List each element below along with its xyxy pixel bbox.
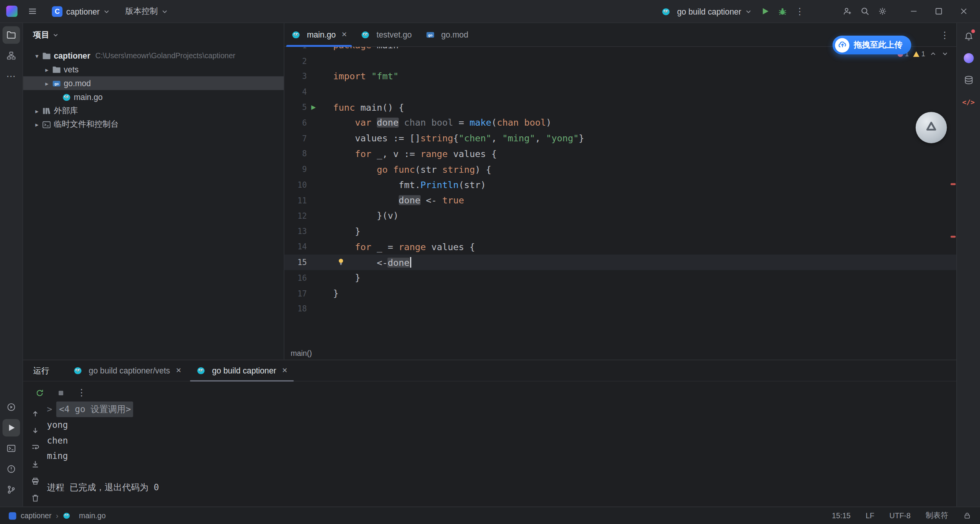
window-minimize-button[interactable] bbox=[901, 0, 926, 23]
code-line-3[interactable]: 3import "fmt" bbox=[284, 69, 956, 84]
gutter-slot[interactable]: ▶ bbox=[307, 100, 333, 115]
error-stripe-mark[interactable] bbox=[951, 183, 956, 185]
gutter-slot[interactable] bbox=[307, 177, 333, 192]
code-line-18[interactable]: 18 bbox=[284, 301, 956, 316]
code-token[interactable]: _, v := bbox=[371, 149, 420, 159]
editor-tab-1[interactable]: testvet.go bbox=[354, 23, 419, 46]
error-stripe-mark[interactable] bbox=[951, 236, 956, 238]
line-number[interactable]: 13 bbox=[284, 227, 307, 236]
gutter-slot[interactable] bbox=[307, 53, 333, 68]
code-text[interactable]: } bbox=[333, 226, 360, 236]
gutter-slot[interactable] bbox=[307, 255, 333, 270]
next-problem-button[interactable] bbox=[941, 50, 949, 58]
project-tree-row-5[interactable]: ▸临时文件和控制台 bbox=[23, 118, 284, 131]
code-token[interactable]: Println bbox=[420, 180, 459, 190]
code-token[interactable]: bool bbox=[524, 118, 546, 128]
code-token[interactable]: } bbox=[333, 226, 360, 236]
code-token[interactable] bbox=[333, 164, 377, 174]
code-line-8[interactable]: 8 for _, v := range values { bbox=[284, 146, 956, 161]
code-token[interactable]: make bbox=[470, 118, 492, 128]
code-text[interactable]: for _ = range values { bbox=[333, 242, 475, 252]
code-token[interactable] bbox=[399, 118, 404, 128]
code-token[interactable]: _ = bbox=[371, 242, 399, 252]
ai-assistant-button[interactable] bbox=[960, 49, 977, 67]
gutter-slot[interactable] bbox=[307, 84, 333, 99]
code-token[interactable] bbox=[333, 242, 355, 252]
code-token[interactable]: "yong" bbox=[546, 133, 579, 143]
project-tree-row-2[interactable]: ▸gogo.mod bbox=[23, 76, 284, 90]
line-number[interactable]: 15 bbox=[284, 258, 307, 267]
gutter-slot[interactable] bbox=[307, 146, 333, 161]
code-token[interactable] bbox=[366, 71, 371, 81]
version-control-tool-button[interactable] bbox=[3, 481, 20, 499]
caret-position[interactable]: 15:15 bbox=[832, 511, 851, 520]
line-number[interactable]: 8 bbox=[284, 149, 307, 158]
line-number[interactable]: 2 bbox=[284, 56, 307, 65]
code-line-10[interactable]: 10 fmt.Println(str) bbox=[284, 177, 956, 192]
code-token[interactable]: chan bbox=[497, 118, 519, 128]
window-maximize-button[interactable] bbox=[926, 0, 951, 23]
code-token[interactable] bbox=[388, 164, 393, 174]
code-token[interactable] bbox=[519, 118, 524, 128]
gutter-slot[interactable] bbox=[307, 193, 333, 208]
line-number[interactable]: 18 bbox=[284, 304, 307, 313]
debug-button[interactable] bbox=[774, 3, 791, 20]
code-token[interactable]: for bbox=[355, 242, 371, 252]
line-number[interactable]: 6 bbox=[284, 118, 307, 127]
lock-icon[interactable] bbox=[963, 512, 971, 520]
services-tool-button[interactable] bbox=[3, 398, 20, 416]
code-text[interactable]: }(v) bbox=[333, 211, 399, 221]
code-text[interactable]: for _, v := range values { bbox=[333, 149, 497, 159]
structure-tool-button[interactable] bbox=[3, 47, 20, 64]
warning-count[interactable]: 1 bbox=[913, 50, 925, 58]
project-widget[interactable]: C captioner bbox=[47, 3, 114, 19]
up-stacktrace-button[interactable] bbox=[28, 406, 42, 420]
tree-chevron-icon[interactable]: ▸ bbox=[42, 66, 52, 73]
project-tree-row-1[interactable]: ▸vets bbox=[23, 62, 284, 76]
code-token[interactable]: <- bbox=[420, 195, 442, 205]
code-token[interactable]: values { bbox=[426, 242, 475, 252]
stop-button[interactable] bbox=[54, 386, 67, 400]
tree-chevron-icon[interactable]: ▸ bbox=[32, 107, 42, 114]
gutter-slot[interactable] bbox=[307, 115, 333, 130]
gutter-slot[interactable] bbox=[307, 208, 333, 223]
code-token[interactable]: (str bbox=[415, 164, 442, 174]
code-text[interactable]: done <- true bbox=[333, 195, 464, 205]
project-tree-row-4[interactable]: ▸外部库 bbox=[23, 104, 284, 118]
code-token[interactable]: "chen" bbox=[459, 133, 492, 143]
tab-close-icon[interactable]: ✕ bbox=[341, 31, 347, 39]
code-editor[interactable]: 1package main23import "fmt"45▶func main(… bbox=[284, 47, 956, 347]
console-line-3[interactable] bbox=[47, 464, 950, 480]
code-token[interactable] bbox=[333, 149, 355, 159]
code-token[interactable]: values { bbox=[448, 149, 497, 159]
console-line-1[interactable]: chen bbox=[47, 433, 950, 449]
code-line-13[interactable]: 13 } bbox=[284, 224, 956, 239]
code-token[interactable] bbox=[333, 118, 355, 128]
code-token[interactable]: ) { bbox=[475, 164, 492, 174]
code-token[interactable]: }(v) bbox=[333, 211, 399, 221]
code-token[interactable]: done bbox=[377, 118, 399, 128]
run-tab-0[interactable]: go build captioner/vets✕ bbox=[65, 360, 189, 381]
vcs-widget[interactable]: 版本控制 bbox=[121, 3, 173, 19]
endpoints-tool-button[interactable]: </> bbox=[960, 93, 977, 111]
project-tree-row-3[interactable]: main.go bbox=[23, 90, 284, 104]
code-line-17[interactable]: 17} bbox=[284, 286, 956, 301]
line-number[interactable]: 10 bbox=[284, 180, 307, 189]
folded-command-text[interactable]: <4 go 设置调用> bbox=[57, 401, 134, 417]
editor-tab-0[interactable]: main.go✕ bbox=[284, 23, 354, 46]
code-token[interactable]: range bbox=[420, 149, 448, 159]
code-token[interactable]: import bbox=[333, 71, 366, 81]
run-panel-title[interactable]: 运行 bbox=[33, 360, 49, 381]
project-tool-button[interactable] bbox=[3, 26, 20, 44]
line-separator[interactable]: LF bbox=[866, 511, 874, 520]
code-token[interactable]: done bbox=[388, 258, 410, 268]
console-more-button[interactable]: ⋮ bbox=[75, 386, 89, 400]
code-token[interactable]: values := [] bbox=[333, 133, 420, 143]
gutter-slot[interactable] bbox=[307, 131, 333, 146]
search-everywhere-button[interactable] bbox=[856, 3, 874, 20]
code-token[interactable]: func bbox=[333, 102, 355, 112]
line-number[interactable]: 16 bbox=[284, 273, 307, 282]
code-text[interactable]: fmt.Println(str) bbox=[333, 180, 486, 190]
gutter-slot[interactable] bbox=[307, 162, 333, 177]
code-line-2[interactable]: 2 bbox=[284, 53, 956, 68]
